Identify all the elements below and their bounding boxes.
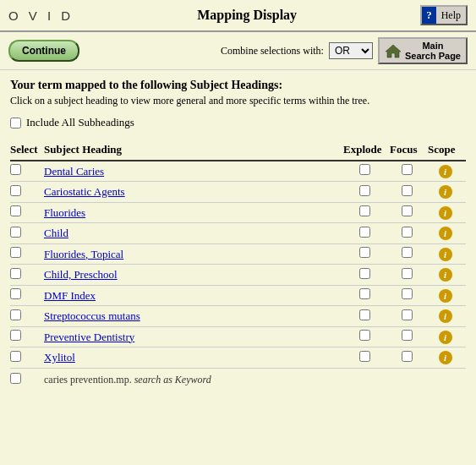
- combine-label: Combine selections with:: [221, 45, 324, 57]
- svg-marker-0: [386, 45, 401, 57]
- combine-select[interactable]: OR AND: [329, 42, 373, 59]
- include-subheadings-label: Include All Subheadings: [26, 116, 134, 129]
- subject-heading-link[interactable]: Fluorides: [44, 206, 85, 219]
- explode-checkbox[interactable]: [359, 309, 370, 320]
- main-search-label: MainSearch Page: [405, 41, 461, 61]
- table-row: Cariostatic Agentsi: [10, 183, 466, 203]
- include-subheadings-row: Include All Subheadings: [10, 116, 466, 129]
- scope-icon[interactable]: i: [439, 206, 452, 220]
- row-select-checkbox[interactable]: [10, 164, 21, 175]
- table-row: Fluoridesi: [10, 203, 466, 223]
- scope-icon[interactable]: i: [439, 248, 452, 261]
- explode-checkbox[interactable]: [359, 205, 370, 216]
- col-explode: Explode: [343, 140, 390, 161]
- table-row: Streptococcus mutansi: [10, 307, 466, 327]
- table-row: Xylitoli: [10, 348, 466, 369]
- row-select-checkbox[interactable]: [10, 309, 21, 320]
- table-row: Child, Preschooli: [10, 265, 466, 286]
- toolbar: Continue Combine selections with: OR AND…: [0, 32, 476, 70]
- explode-checkbox[interactable]: [359, 288, 370, 299]
- help-label: Help: [436, 8, 466, 24]
- row-select-checkbox[interactable]: [10, 185, 21, 196]
- focus-checkbox[interactable]: [402, 288, 413, 299]
- scope-icon[interactable]: i: [439, 165, 452, 178]
- subject-heading-link[interactable]: Fluorides, Topical: [44, 248, 123, 260]
- row-select-checkbox[interactable]: [10, 288, 21, 299]
- combine-area: Combine selections with: OR AND MainSear…: [221, 37, 468, 64]
- subject-heading-link[interactable]: Child: [44, 227, 68, 239]
- main-content: Your term mapped to the following Subjec…: [0, 70, 476, 398]
- focus-checkbox[interactable]: [402, 268, 413, 279]
- keyword-row: caries prevention.mp. search as Keyword: [10, 369, 466, 390]
- header: O V I D Mapping Display ? Help: [0, 0, 476, 32]
- focus-checkbox[interactable]: [402, 309, 413, 320]
- focus-checkbox[interactable]: [402, 185, 413, 196]
- row-select-checkbox-kw: [10, 369, 44, 390]
- subject-heading-link[interactable]: Preventive Dentistry: [44, 331, 134, 343]
- scope-icon[interactable]: i: [439, 227, 452, 240]
- scope-icon[interactable]: i: [439, 185, 452, 199]
- subject-heading-link[interactable]: Child, Preschool: [44, 268, 118, 281]
- focus-checkbox[interactable]: [402, 205, 413, 216]
- scope-icon[interactable]: i: [439, 331, 452, 344]
- focus-checkbox[interactable]: [402, 351, 413, 362]
- row-select-checkbox[interactable]: [10, 330, 21, 341]
- main-subheading: Click on a subject heading to view more …: [10, 95, 466, 107]
- table-row: Dental Cariesi: [10, 161, 466, 182]
- mapping-table: Select Subject Heading Explode Focus Sco…: [10, 140, 466, 390]
- col-scope: Scope: [428, 140, 466, 161]
- page-title: Mapping Display: [197, 8, 297, 23]
- explode-checkbox[interactable]: [359, 185, 370, 196]
- explode-checkbox[interactable]: [359, 164, 370, 175]
- row-select-checkbox[interactable]: [10, 268, 21, 279]
- keyword-text: caries prevention.mp. search as Keyword: [44, 369, 466, 390]
- explode-checkbox[interactable]: [359, 227, 370, 238]
- subject-heading-link[interactable]: Cariostatic Agents: [44, 185, 125, 198]
- subject-heading-link[interactable]: DMF Index: [44, 289, 96, 302]
- table-row: Preventive Dentistryi: [10, 327, 466, 347]
- subject-heading-link[interactable]: Xylitol: [44, 351, 75, 364]
- col-subject-heading: Subject Heading: [44, 140, 343, 161]
- table-row: Childi: [10, 224, 466, 244]
- table-header-row: Select Subject Heading Explode Focus Sco…: [10, 140, 466, 161]
- table-row: DMF Indexi: [10, 286, 466, 306]
- main-heading: Your term mapped to the following Subjec…: [10, 79, 466, 92]
- keyword-row-checkbox[interactable]: [10, 373, 21, 384]
- explode-checkbox[interactable]: [359, 268, 370, 279]
- scope-icon[interactable]: i: [439, 289, 452, 303]
- scope-icon[interactable]: i: [439, 351, 452, 364]
- col-select: Select: [10, 140, 44, 161]
- subject-heading-link[interactable]: Dental Caries: [44, 165, 104, 178]
- col-focus: Focus: [390, 140, 428, 161]
- row-select-checkbox[interactable]: [10, 351, 21, 362]
- scope-icon[interactable]: i: [439, 309, 452, 323]
- focus-checkbox[interactable]: [402, 227, 413, 238]
- focus-checkbox[interactable]: [402, 164, 413, 175]
- row-select-checkbox[interactable]: [10, 205, 21, 216]
- explode-checkbox[interactable]: [359, 330, 370, 341]
- explode-checkbox[interactable]: [359, 351, 370, 362]
- scope-icon[interactable]: i: [439, 268, 452, 282]
- table-row: Fluorides, Topicali: [10, 244, 466, 265]
- continue-button[interactable]: Continue: [8, 40, 79, 62]
- focus-checkbox[interactable]: [402, 330, 413, 341]
- row-select-checkbox[interactable]: [10, 247, 21, 258]
- focus-checkbox[interactable]: [402, 247, 413, 258]
- main-search-button[interactable]: MainSearch Page: [378, 37, 468, 64]
- explode-checkbox[interactable]: [359, 247, 370, 258]
- logo: O V I D: [8, 8, 74, 23]
- house-icon: [385, 43, 402, 58]
- row-select-checkbox[interactable]: [10, 227, 21, 238]
- help-question-mark: ?: [422, 7, 436, 24]
- include-subheadings-checkbox[interactable]: [10, 118, 21, 129]
- help-button[interactable]: ? Help: [420, 5, 468, 25]
- subject-heading-link[interactable]: Streptococcus mutans: [44, 309, 140, 322]
